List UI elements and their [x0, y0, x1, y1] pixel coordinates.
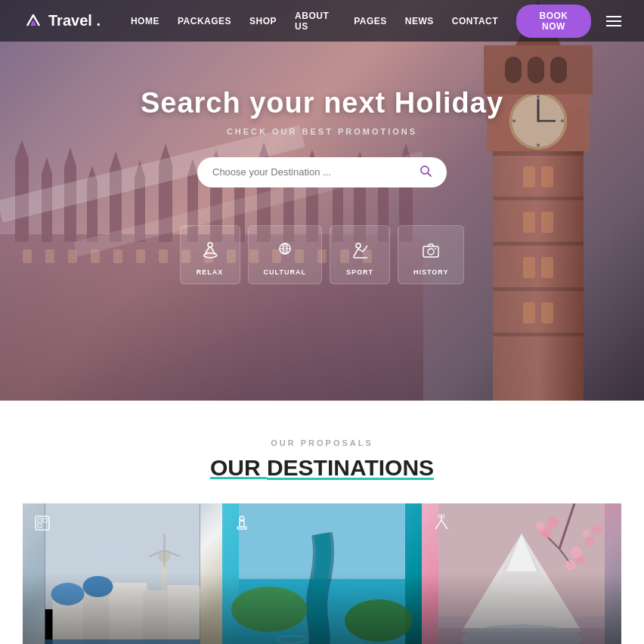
search-bar — [197, 157, 447, 187]
europe-icon — [33, 514, 51, 535]
sport-icon — [348, 238, 372, 262]
asia-cherry-icon — [432, 514, 450, 532]
destination-asia[interactable]: Asia 2 PACKAGES — [422, 503, 621, 644]
thailand-statue-icon — [233, 514, 251, 532]
nav-links: HOME PACKAGES SHOP ABOUT US PAGES NEWS C… — [131, 5, 591, 38]
history-icon — [419, 238, 443, 262]
thailand-icon — [233, 514, 251, 535]
destination-search-input[interactable] — [212, 166, 420, 178]
hamburger-line-3 — [606, 25, 621, 26]
hamburger-line-1 — [606, 16, 621, 17]
destination-europe[interactable]: Europe 3 PACKAGES — [23, 503, 222, 644]
category-cultural[interactable]: CULTURAL — [248, 225, 322, 284]
nav-packages[interactable]: PACKAGES — [178, 16, 231, 26]
category-icons: RELAX CULTURAL — [180, 225, 465, 284]
category-cultural-label: CULTURAL — [264, 268, 306, 276]
logo-icon — [23, 11, 44, 32]
hero-section: Search your next Holiday CHECK OUR BEST … — [0, 0, 644, 401]
category-history[interactable]: HISTORY — [398, 225, 465, 284]
hamburger-menu[interactable] — [606, 16, 621, 26]
svg-rect-112 — [38, 524, 42, 528]
hamburger-line-2 — [606, 20, 621, 22]
europe-map-icon — [33, 514, 51, 532]
category-relax[interactable]: RELAX — [180, 225, 240, 284]
svg-line-82 — [428, 173, 431, 176]
category-sport-label: SPORT — [346, 268, 373, 276]
nav-pages[interactable]: PAGES — [354, 16, 387, 26]
hero-subtitle: CHECK OUR BEST PROMOTIONS — [227, 127, 417, 136]
search-icon — [420, 165, 432, 177]
proposals-title-underline: DESTINATIONS — [267, 455, 434, 480]
nav-news[interactable]: NEWS — [405, 16, 434, 26]
nav-contact[interactable]: CONTACT — [452, 16, 498, 26]
relax-icon — [198, 238, 222, 262]
cultural-icon — [273, 238, 297, 262]
svg-point-83 — [208, 243, 212, 247]
category-relax-label: RELAX — [197, 268, 224, 276]
logo-text: Travel . — [48, 12, 101, 29]
hero-content: Search your next Holiday CHECK OUR BEST … — [0, 0, 644, 401]
svg-point-91 — [428, 249, 434, 255]
search-button[interactable] — [420, 165, 432, 180]
proposals-tag: OUR PROPOSALS — [23, 438, 621, 447]
proposals-title-plain: OUR — [210, 455, 267, 480]
svg-rect-120 — [240, 521, 244, 527]
logo[interactable]: Travel . — [23, 11, 101, 32]
book-now-button[interactable]: BOOK NOW — [516, 5, 591, 38]
svg-point-92 — [435, 248, 436, 249]
hero-title: Search your next Holiday — [141, 87, 503, 119]
nav-about[interactable]: ABOUT US — [295, 11, 336, 32]
asia-icon — [432, 514, 450, 535]
svg-rect-121 — [237, 527, 246, 529]
svg-rect-111 — [43, 519, 47, 522]
destination-thailand[interactable]: Thailandia 1 PACKAGE — [222, 503, 422, 644]
svg-point-87 — [356, 243, 361, 248]
thailand-overlay — [222, 503, 422, 644]
nav-home[interactable]: HOME — [131, 16, 159, 26]
nav-shop[interactable]: SHOP — [249, 16, 277, 26]
proposals-title: OUR DESTINATIONS — [23, 455, 621, 481]
navbar: Travel . HOME PACKAGES SHOP ABOUT US PAG… — [0, 0, 644, 42]
svg-point-144 — [441, 515, 444, 518]
svg-rect-90 — [423, 246, 438, 257]
asia-overlay — [422, 503, 621, 644]
destinations-grid: Europe 3 PACKAGES — [23, 503, 621, 644]
europe-overlay — [23, 503, 222, 644]
proposals-section: OUR PROPOSALS OUR DESTINATIONS — [0, 401, 644, 644]
category-sport[interactable]: SPORT — [330, 225, 390, 284]
category-history-label: HISTORY — [413, 268, 449, 276]
svg-rect-110 — [38, 519, 42, 522]
svg-point-143 — [438, 515, 441, 518]
